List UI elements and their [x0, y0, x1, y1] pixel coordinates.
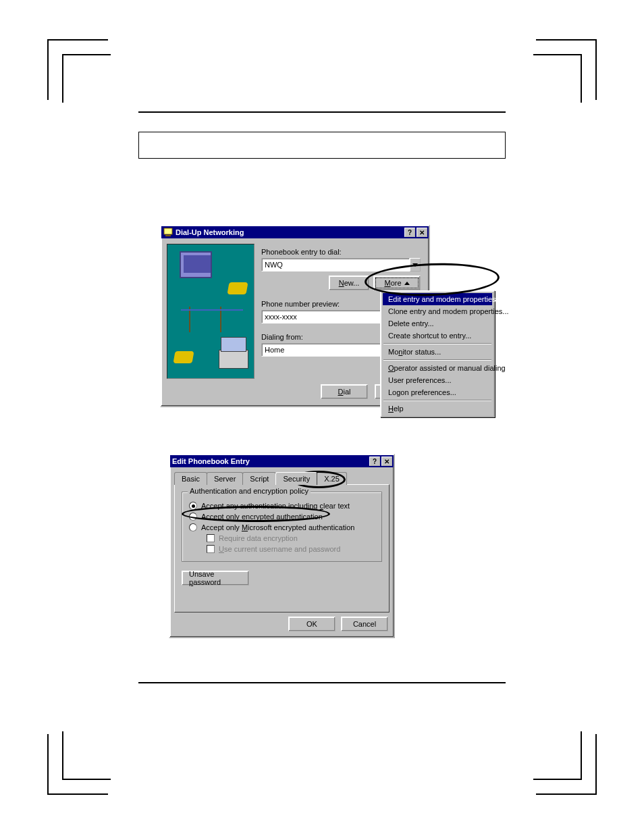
menu-item-help[interactable]: Help [383, 402, 492, 415]
radio-accept-encrypted[interactable]: Accept only encrypted authentication [189, 513, 375, 521]
check-use-current-creds: Use current username and password [207, 545, 375, 553]
dialup-artwork [167, 244, 254, 379]
chevron-up-icon [404, 282, 410, 285]
crop-mark [536, 734, 597, 795]
menu-separator [383, 343, 491, 344]
radio-icon [189, 523, 197, 531]
more-menu: Edit entry and modem properties... Clone… [380, 290, 495, 417]
tab-basic[interactable]: Basic [174, 472, 207, 485]
menu-item-create-shortcut[interactable]: Create shortcut to entry... [383, 330, 492, 342]
menu-item-user-prefs[interactable]: User preferences... [383, 374, 492, 386]
tab-strip: Basic Server Script Security X.25 [174, 471, 390, 484]
unsave-password-button[interactable]: Unsave password [182, 571, 249, 585]
radio-icon [189, 513, 197, 521]
checkbox-icon [207, 545, 215, 553]
dialup-icon [163, 228, 173, 237]
tab-security[interactable]: Security [275, 472, 317, 485]
tab-script[interactable]: Script [242, 472, 276, 485]
menu-item-clone-entry[interactable]: Clone entry and modem properties... [383, 305, 492, 317]
rule-line [138, 111, 506, 113]
chevron-down-icon[interactable] [410, 258, 421, 271]
svg-rect-1 [165, 235, 171, 236]
group-title: Authentication and encryption policy [188, 487, 311, 495]
menu-item-operator-dial[interactable]: Operator assisted or manual dialing [383, 362, 492, 374]
menu-separator [383, 400, 491, 401]
close-button[interactable]: ✕ [381, 457, 392, 466]
crop-mark [536, 39, 597, 100]
checkbox-icon [207, 534, 215, 542]
help-button[interactable]: ? [369, 457, 380, 466]
phonebook-label: Phonebook entry to dial: [261, 248, 421, 256]
titlebar[interactable]: Edit Phonebook Entry ? ✕ [170, 455, 394, 467]
window-title: Dial-Up Networking [176, 228, 403, 236]
phonebook-value: NWQ [261, 258, 410, 271]
auth-policy-group: Authentication and encryption policy Acc… [182, 492, 382, 562]
ok-button[interactable]: OK [288, 617, 336, 631]
check-require-encryption: Require data encryption [207, 534, 375, 542]
crop-mark [47, 734, 108, 795]
menu-separator [383, 359, 491, 361]
radio-accept-any[interactable]: Accept any authentication including clea… [189, 502, 375, 510]
empty-frame [138, 132, 506, 159]
more-button[interactable]: More [373, 276, 421, 290]
phonebook-combo[interactable]: NWQ [261, 258, 421, 271]
menu-item-logon-prefs[interactable]: Logon preferences... [383, 386, 492, 398]
crop-mark [47, 39, 108, 100]
close-button[interactable]: ✕ [417, 228, 427, 237]
new-button[interactable]: New... [329, 276, 369, 290]
menu-item-delete-entry[interactable]: Delete entry... [383, 317, 492, 330]
radio-accept-ms-encrypted[interactable]: Accept only Microsoft encrypted authenti… [189, 523, 375, 531]
titlebar[interactable]: Dial-Up Networking ? ✕ [161, 226, 429, 238]
edit-phonebook-entry-window: Edit Phonebook Entry ? ✕ Basic Server Sc… [169, 454, 395, 638]
radio-icon [189, 502, 197, 510]
menu-item-monitor-status[interactable]: Monitor status... [383, 346, 492, 358]
tab-x25[interactable]: X.25 [317, 472, 347, 485]
menu-item-edit-entry[interactable]: Edit entry and modem properties... [383, 293, 492, 305]
tab-panel-security: Authentication and encryption policy Acc… [174, 484, 390, 613]
dial-button[interactable]: Dial [321, 384, 368, 399]
cancel-button[interactable]: Cancel [341, 617, 388, 631]
window-title: Edit Phonebook Entry [172, 457, 368, 465]
rule-line [138, 682, 506, 683]
svg-rect-0 [164, 228, 172, 234]
tab-server[interactable]: Server [207, 472, 243, 485]
help-button[interactable]: ? [404, 228, 415, 237]
